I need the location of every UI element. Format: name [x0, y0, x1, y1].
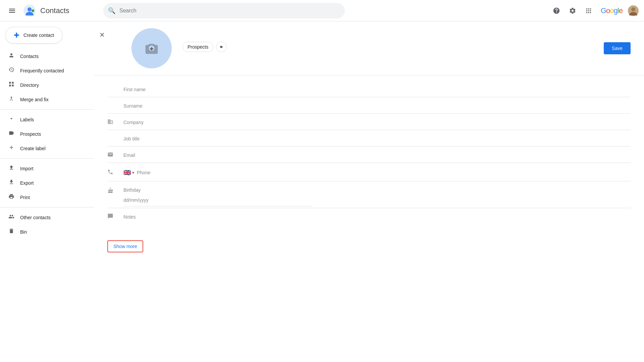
download-icon	[8, 179, 15, 187]
print-icon	[8, 193, 15, 201]
nav-divider-1	[0, 109, 94, 110]
svg-point-1	[28, 7, 32, 11]
label-icon	[8, 130, 15, 138]
sidebar-item-bin[interactable]: Bin	[0, 225, 89, 239]
sidebar-item-contacts[interactable]: Contacts	[0, 49, 89, 63]
sidebar-item-other-contacts[interactable]: Other contacts	[0, 210, 89, 225]
company-icon	[107, 119, 115, 126]
svg-point-2	[32, 9, 34, 12]
other-contacts-label: Other contacts	[20, 215, 51, 220]
search-bar: 🔍	[103, 3, 345, 18]
email-icon	[107, 152, 115, 159]
show-more-wrapper: Show more	[94, 235, 644, 263]
print-label: Print	[20, 195, 30, 200]
prospects-label: Prospects	[20, 131, 41, 137]
frequently-contacted-label: Frequently contacted	[20, 68, 64, 73]
help-button[interactable]	[550, 4, 563, 17]
settings-button[interactable]	[566, 4, 579, 17]
search-input[interactable]	[103, 3, 345, 18]
chip-label-icon	[220, 44, 223, 50]
company-row	[107, 116, 631, 130]
merge-and-fix-label: Merge and fix	[20, 97, 49, 102]
sidebar-item-create-label[interactable]: Create label	[0, 141, 89, 156]
plus-icon: ✚	[14, 31, 19, 39]
bin-icon	[8, 228, 15, 236]
company-input[interactable]	[123, 116, 631, 128]
sidebar-item-import[interactable]: Import	[0, 161, 89, 176]
sidebar-item-export[interactable]: Export	[0, 176, 89, 190]
sidebar-item-prospects[interactable]: Prospects	[0, 127, 89, 141]
create-label-label: Create label	[20, 146, 46, 151]
birthday-icon	[107, 184, 115, 195]
birthday-label: Birthday	[123, 184, 311, 194]
history-icon	[8, 67, 15, 74]
phone-row: 🇬🇧 ▾	[107, 166, 631, 181]
form-top: ✕ Prospects Save	[94, 21, 644, 75]
chip-label: Prospects	[187, 44, 208, 50]
nav-divider-3	[0, 207, 94, 207]
other-contacts-icon	[8, 214, 15, 221]
topbar-right: Google	[550, 4, 639, 17]
add-label-icon	[8, 144, 15, 152]
email-input[interactable]	[123, 149, 631, 161]
save-button[interactable]: Save	[604, 42, 631, 54]
notes-icon	[107, 213, 115, 221]
user-avatar[interactable]	[628, 5, 639, 16]
google-logo: Google	[601, 6, 623, 15]
phone-input[interactable]	[137, 167, 196, 179]
person-icon	[8, 52, 15, 60]
labels-header-label: Labels	[20, 117, 34, 122]
nav-divider-2	[0, 158, 94, 159]
sidebar: ✚ Create contact Contacts Frequently con…	[0, 21, 94, 362]
contacts-label: Contacts	[20, 54, 39, 59]
content-area: ✕ Prospects Save	[94, 21, 644, 362]
sidebar-item-directory[interactable]: Directory	[0, 78, 89, 92]
label-chips: Prospects	[182, 28, 227, 52]
show-more-button[interactable]: Show more	[107, 240, 143, 252]
job-title-input[interactable]	[123, 133, 631, 145]
create-btn-wrapper: ✚ Create contact	[0, 24, 94, 49]
birthday-input[interactable]	[123, 194, 311, 206]
apps-button[interactable]	[582, 4, 595, 17]
export-label: Export	[20, 180, 34, 186]
bin-label: Bin	[20, 229, 27, 235]
phone-icon	[107, 169, 115, 177]
surname-row	[107, 100, 631, 114]
surname-input[interactable]	[123, 100, 631, 112]
directory-label: Directory	[20, 82, 39, 88]
add-photo-icon	[145, 42, 158, 55]
svg-point-4	[631, 7, 635, 11]
flag-emoji: 🇬🇧	[123, 169, 131, 176]
topbar: Contacts 🔍 Google	[0, 0, 644, 21]
menu-icon[interactable]	[5, 4, 19, 17]
avatar-upload-button[interactable]	[131, 28, 172, 68]
contact-form: ✕ Prospects Save	[94, 21, 644, 263]
grid-icon	[8, 81, 15, 89]
add-label-chip[interactable]	[216, 42, 227, 52]
merge-icon	[8, 96, 15, 103]
form-fields: 🇬🇧 ▾ Birthday	[94, 75, 644, 235]
app-title: Contacts	[40, 6, 69, 15]
main-layout: ✚ Create contact Contacts Frequently con…	[0, 21, 644, 362]
first-name-input[interactable]	[123, 83, 631, 96]
birthday-field-wrapper: Birthday	[123, 184, 311, 206]
notes-input[interactable]	[123, 211, 631, 223]
labels-section-header[interactable]: Labels	[0, 112, 89, 127]
create-contact-label: Create contact	[23, 33, 54, 38]
email-row	[107, 149, 631, 163]
sidebar-item-frequently-contacted[interactable]: Frequently contacted	[0, 63, 89, 78]
birthday-row: Birthday	[107, 184, 631, 208]
sidebar-item-print[interactable]: Print	[0, 190, 89, 204]
prospects-chip[interactable]: Prospects	[182, 42, 213, 52]
close-button[interactable]: ✕	[94, 28, 110, 42]
import-label: Import	[20, 166, 34, 171]
create-contact-button[interactable]: ✚ Create contact	[5, 27, 62, 44]
sidebar-item-merge-and-fix[interactable]: Merge and fix	[0, 92, 89, 107]
contacts-app-icon	[23, 4, 36, 17]
phone-dropdown-icon: ▾	[132, 170, 134, 175]
phone-field-wrapper: 🇬🇧 ▾	[123, 166, 196, 180]
upload-icon	[8, 165, 15, 172]
job-title-row	[107, 133, 631, 146]
notes-row	[107, 211, 631, 224]
phone-country-selector[interactable]: 🇬🇧 ▾	[123, 166, 134, 180]
